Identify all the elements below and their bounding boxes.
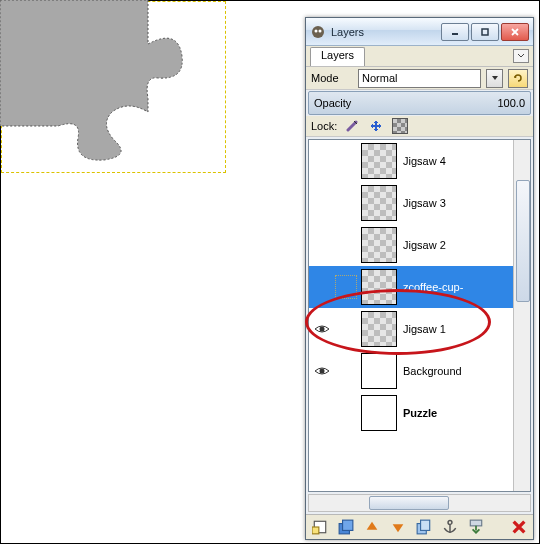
layer-name[interactable]: Background: [403, 365, 462, 377]
layer-row[interactable]: Puzzle: [309, 392, 513, 434]
scroll-thumb[interactable]: [369, 496, 449, 510]
layer-thumbnail[interactable]: [361, 311, 397, 347]
mode-select[interactable]: Normal: [358, 69, 481, 88]
merge-down-button[interactable]: [468, 519, 484, 535]
svg-rect-8: [312, 527, 319, 534]
svg-rect-10: [343, 520, 353, 530]
layer-thumbnail[interactable]: [361, 353, 397, 389]
layer-actions-bar: [306, 514, 533, 539]
tab-menu-button[interactable]: [513, 49, 529, 63]
layers-list[interactable]: Jigsaw 4 Jigsaw 3 Jigsaw 2 zcoffee-cup-: [309, 140, 513, 491]
lock-row: Lock:: [306, 116, 533, 137]
svg-rect-15: [470, 520, 481, 526]
layer-group-button[interactable]: [338, 519, 354, 535]
raise-layer-button[interactable]: [364, 519, 380, 535]
layer-thumbnail[interactable]: [361, 185, 397, 221]
lock-label: Lock:: [311, 120, 337, 132]
opacity-label: Opacity: [314, 97, 351, 109]
layer-name[interactable]: Jigsaw 1: [403, 323, 446, 335]
horizontal-scrollbar[interactable]: [308, 494, 531, 512]
layer-name[interactable]: Jigsaw 4: [403, 155, 446, 167]
visibility-toggle[interactable]: [309, 323, 335, 335]
puzzle-piece: [0, 0, 226, 172]
lower-layer-button[interactable]: [390, 519, 406, 535]
layer-row[interactable]: Jigsaw 3: [309, 182, 513, 224]
lock-alpha-button[interactable]: [391, 117, 409, 135]
layers-list-frame: Jigsaw 4 Jigsaw 3 Jigsaw 2 zcoffee-cup-: [308, 139, 531, 492]
svg-rect-4: [482, 29, 488, 35]
layer-thumbnail[interactable]: [361, 395, 397, 431]
layer-name[interactable]: Puzzle: [403, 407, 437, 419]
titlebar[interactable]: Layers: [306, 18, 533, 46]
svg-point-6: [320, 369, 325, 374]
svg-point-1: [315, 29, 318, 32]
minimize-button[interactable]: [441, 23, 469, 41]
delete-layer-button[interactable]: [511, 519, 527, 535]
layer-row[interactable]: Jigsaw 2: [309, 224, 513, 266]
new-layer-button[interactable]: [312, 519, 328, 535]
opacity-value: 100.0: [497, 97, 525, 109]
layer-thumbnail[interactable]: [361, 227, 397, 263]
layer-row[interactable]: Background: [309, 350, 513, 392]
vertical-scrollbar[interactable]: [513, 140, 530, 491]
maximize-button[interactable]: [471, 23, 499, 41]
lock-position-button[interactable]: [367, 117, 385, 135]
layer-name[interactable]: Jigsaw 3: [403, 197, 446, 209]
layer-thumbnail[interactable]: [361, 143, 397, 179]
layer-name[interactable]: zcoffee-cup-: [403, 281, 463, 293]
gimp-icon: [310, 24, 326, 40]
layer-thumbnail[interactable]: [361, 269, 397, 305]
layer-row[interactable]: Jigsaw 1: [309, 308, 513, 350]
svg-point-13: [448, 520, 452, 524]
window-title: Layers: [331, 26, 441, 38]
layer-row[interactable]: Jigsaw 4: [309, 140, 513, 182]
mode-label: Mode: [311, 72, 353, 84]
dock-tabs: Layers: [306, 46, 533, 67]
close-button[interactable]: [501, 23, 529, 41]
svg-point-0: [312, 26, 324, 38]
mode-row: Mode Normal: [306, 67, 533, 90]
svg-point-5: [320, 327, 325, 332]
layers-window: Layers Layers Mode Normal Opacity 100.0 …: [305, 17, 534, 540]
scroll-thumb[interactable]: [516, 180, 530, 302]
layer-row[interactable]: zcoffee-cup-: [309, 266, 513, 308]
svg-point-2: [319, 29, 322, 32]
duplicate-layer-button[interactable]: [416, 519, 432, 535]
mode-dropdown-button[interactable]: [486, 69, 503, 88]
visibility-toggle[interactable]: [309, 365, 335, 377]
anchor-layer-button[interactable]: [442, 519, 458, 535]
mode-reset-button[interactable]: [508, 69, 528, 88]
opacity-slider[interactable]: Opacity 100.0: [308, 91, 531, 115]
svg-rect-12: [421, 520, 430, 530]
layer-name[interactable]: Jigsaw 2: [403, 239, 446, 251]
lock-pixels-button[interactable]: [343, 117, 361, 135]
link-toggle[interactable]: [335, 275, 361, 299]
tab-layers[interactable]: Layers: [310, 47, 365, 66]
